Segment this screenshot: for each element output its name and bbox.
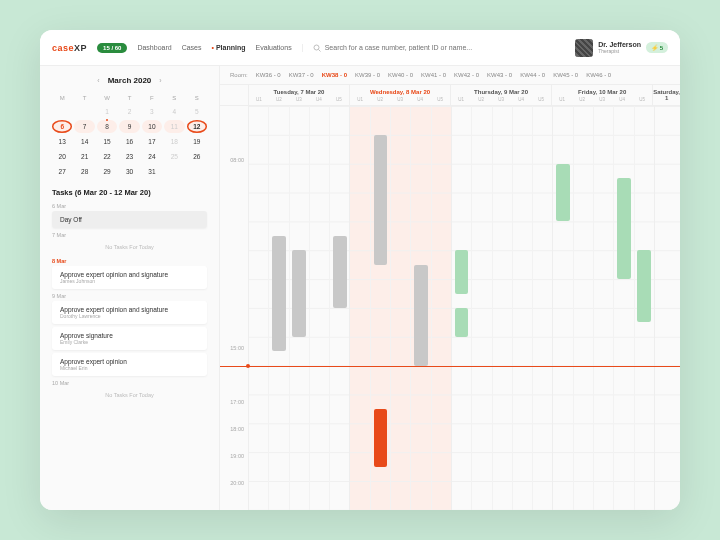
cal-day[interactable]: 7 <box>74 120 94 133</box>
room-tab[interactable]: KW40 - 0 <box>388 72 413 78</box>
day-column[interactable] <box>349 106 450 510</box>
event-block[interactable] <box>556 164 570 222</box>
cal-day[interactable]: 21 <box>74 150 94 163</box>
subcolumn[interactable] <box>309 106 329 510</box>
cal-day[interactable]: 25 <box>164 150 184 163</box>
cal-day[interactable]: 19 <box>187 135 207 148</box>
room-tab[interactable]: KW37 - 0 <box>289 72 314 78</box>
cal-day[interactable]: 31 <box>142 165 162 178</box>
event-block[interactable] <box>455 308 469 337</box>
room-tab[interactable]: KW46 - 0 <box>586 72 611 78</box>
subcolumn[interactable] <box>249 106 268 510</box>
cal-day[interactable]: 16 <box>119 135 139 148</box>
cal-day[interactable]: 28 <box>74 165 94 178</box>
event-block[interactable] <box>637 250 651 322</box>
day-column[interactable] <box>654 106 680 510</box>
cal-day[interactable]: 23 <box>119 150 139 163</box>
cal-day[interactable]: 15 <box>97 135 117 148</box>
event-block[interactable] <box>414 265 428 366</box>
cal-day[interactable]: 1 <box>97 105 117 118</box>
cal-day[interactable]: 10 <box>142 120 162 133</box>
event-block[interactable] <box>374 409 388 467</box>
cal-next-icon[interactable]: › <box>159 77 161 84</box>
cal-day[interactable]: 30 <box>119 165 139 178</box>
room-tab[interactable]: KW36 - 0 <box>256 72 281 78</box>
event-block[interactable] <box>292 250 306 337</box>
subcolumn[interactable] <box>573 106 593 510</box>
cal-day[interactable]: 29 <box>97 165 117 178</box>
cal-day[interactable]: 26 <box>187 150 207 163</box>
cal-day[interactable]: 5 <box>187 105 207 118</box>
cal-day[interactable]: 22 <box>97 150 117 163</box>
task-card[interactable]: Approve signatureEmily Clarke <box>52 327 207 350</box>
day-column[interactable] <box>451 106 552 510</box>
search-box[interactable] <box>302 44 566 52</box>
nav-cases[interactable]: Cases <box>182 44 202 51</box>
cal-day[interactable]: 8 <box>97 120 117 133</box>
subcolumn[interactable] <box>452 106 471 510</box>
logo[interactable]: caseXP <box>52 43 87 53</box>
cal-day[interactable]: 24 <box>142 150 162 163</box>
room-tab[interactable]: KW44 - 0 <box>520 72 545 78</box>
subcolumn[interactable] <box>431 106 451 510</box>
subcolumn[interactable] <box>593 106 613 510</box>
nav-planning[interactable]: Planning <box>212 44 246 51</box>
subcolumn[interactable] <box>370 106 390 510</box>
task-card[interactable]: Approve expert opinionMichael Erin <box>52 353 207 376</box>
day-header[interactable]: Friday, 10 Mar 20U1U2U3U4U5 <box>551 85 652 105</box>
room-tab[interactable]: KW45 - 0 <box>553 72 578 78</box>
task-card[interactable]: Approve expert opinion and signatureDoro… <box>52 301 207 324</box>
subcolumn[interactable] <box>492 106 512 510</box>
cal-day[interactable]: 6 <box>52 120 72 133</box>
cal-day[interactable]: 14 <box>74 135 94 148</box>
user-chip[interactable]: Dr. Jefferson Therapist ⚡ 5 <box>575 39 668 57</box>
cal-day[interactable]: 20 <box>52 150 72 163</box>
day-header[interactable]: Saturday, 1 <box>652 85 680 105</box>
subcolumn[interactable] <box>390 106 410 510</box>
cal-day[interactable]: 13 <box>52 135 72 148</box>
subcolumn[interactable] <box>655 106 680 510</box>
search-input[interactable] <box>325 44 566 51</box>
subcolumn[interactable] <box>350 106 369 510</box>
subcolumn[interactable] <box>471 106 491 510</box>
room-tab[interactable]: KW39 - 0 <box>355 72 380 78</box>
day-column[interactable] <box>248 106 349 510</box>
subcolumn[interactable] <box>553 106 572 510</box>
cal-day[interactable]: 3 <box>142 105 162 118</box>
day-header[interactable]: Thursday, 9 Mar 20U1U2U3U4U5 <box>450 85 551 105</box>
cal-day[interactable]: 9 <box>119 120 139 133</box>
event-block[interactable] <box>455 250 469 293</box>
cal-day[interactable]: 2 <box>119 105 139 118</box>
event-block[interactable] <box>374 135 388 265</box>
subcolumn[interactable] <box>289 106 309 510</box>
subcolumn[interactable] <box>512 106 532 510</box>
cal-day[interactable]: 4 <box>164 105 184 118</box>
cal-day[interactable]: 12 <box>187 120 207 133</box>
room-tab[interactable]: KW41 - 0 <box>421 72 446 78</box>
task-card[interactable]: Day Off <box>52 211 207 228</box>
subcolumn[interactable] <box>613 106 633 510</box>
task-sub: Michael Erin <box>60 365 201 371</box>
day-header[interactable]: Wednesday, 8 Mar 20U1U2U3U4U5 <box>349 85 450 105</box>
cal-day[interactable]: 27 <box>52 165 72 178</box>
task-card[interactable]: Approve expert opinion and signatureJame… <box>52 266 207 289</box>
room-tab[interactable]: KW42 - 0 <box>454 72 479 78</box>
cal-day[interactable]: 11 <box>164 120 184 133</box>
nav-dashboard[interactable]: Dashboard <box>137 44 171 51</box>
subcolumn[interactable] <box>329 106 349 510</box>
subcolumn[interactable] <box>268 106 288 510</box>
room-tab[interactable]: KW38 - 0 <box>322 72 347 78</box>
day-header[interactable]: Tuesday, 7 Mar 20U1U2U3U4U5 <box>248 85 349 105</box>
subcolumn[interactable] <box>532 106 552 510</box>
cal-day[interactable]: 18 <box>164 135 184 148</box>
event-block[interactable] <box>333 236 347 308</box>
cal-prev-icon[interactable]: ‹ <box>97 77 99 84</box>
event-block[interactable] <box>617 178 631 279</box>
room-tab[interactable]: KW43 - 0 <box>487 72 512 78</box>
subcolumn[interactable] <box>410 106 430 510</box>
subcolumn[interactable] <box>634 106 654 510</box>
cal-day[interactable]: 17 <box>142 135 162 148</box>
day-column[interactable] <box>552 106 653 510</box>
event-block[interactable] <box>272 236 286 351</box>
nav-evaluations[interactable]: Evaluations <box>255 44 291 51</box>
